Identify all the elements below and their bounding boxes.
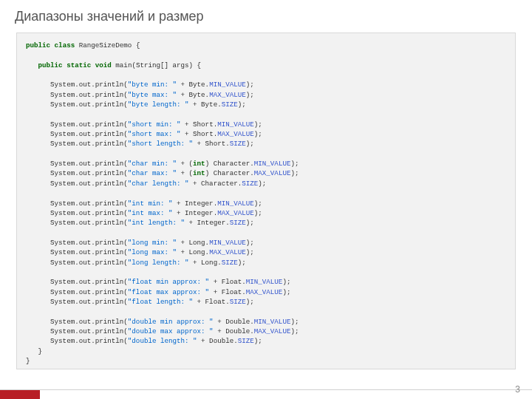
footer-divider — [0, 389, 532, 390]
code-block: public class RangeSizeDemo { public stat… — [16, 33, 516, 369]
slide: Диапазоны значений и размер public class… — [0, 0, 532, 399]
slide-title: Диапазоны значений и размер — [15, 9, 204, 24]
footer-accent — [0, 390, 40, 399]
page-number: 3 — [515, 384, 520, 395]
